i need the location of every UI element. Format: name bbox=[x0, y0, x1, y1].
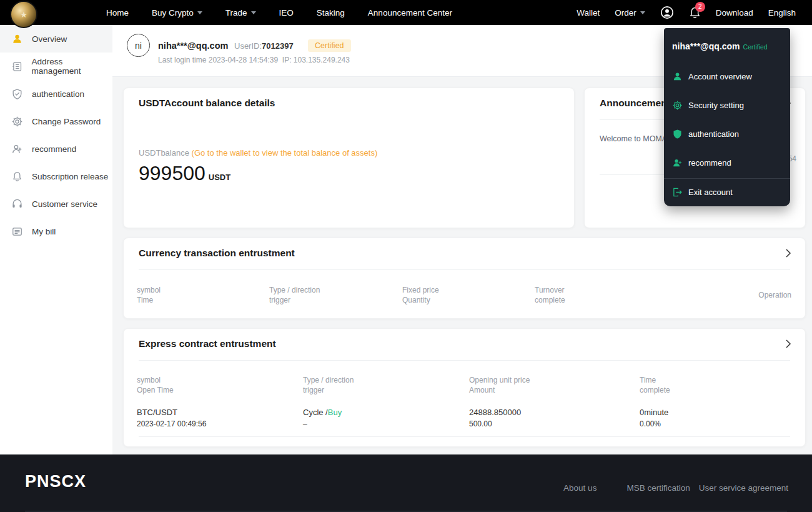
notification-badge: 2 bbox=[695, 2, 705, 12]
brand-logo[interactable]: ★ bbox=[10, 1, 39, 29]
bell-icon bbox=[11, 171, 23, 183]
balance-amount: 999500USDT bbox=[139, 162, 230, 185]
table-row-cell-type: Cycle /Buy– bbox=[303, 407, 342, 429]
gear-icon bbox=[672, 100, 683, 111]
announcement-item[interactable]: Welcome to MOMA bbox=[600, 134, 667, 143]
nav-announcement-center[interactable]: Announcement Center bbox=[368, 8, 452, 18]
nav-buy-crypto[interactable]: Buy Crypto bbox=[152, 8, 202, 18]
language-label: English bbox=[768, 8, 796, 18]
menu-item-security-setting[interactable]: Security setting bbox=[672, 99, 744, 111]
sidebar-item-label: Customer service bbox=[32, 199, 97, 209]
account-avatar-button[interactable] bbox=[660, 6, 674, 19]
sidebar-item-label: authentication bbox=[32, 89, 84, 99]
user-circle-icon bbox=[660, 6, 674, 19]
table-row-cell-time: 0minute0.00% bbox=[640, 407, 668, 429]
nav-home-label: Home bbox=[106, 8, 129, 18]
table-row-cell-price: 24888.850000500.00 bbox=[469, 407, 521, 429]
col-header: Type / directiontrigger bbox=[269, 285, 320, 305]
shield-check-icon bbox=[11, 88, 23, 100]
nav-home[interactable]: Home bbox=[106, 8, 129, 18]
certified-badge: Certified bbox=[308, 39, 351, 52]
nav-wallet[interactable]: Wallet bbox=[577, 8, 600, 18]
footer-link-msb-certification[interactable]: MSB certification bbox=[626, 483, 690, 493]
col-header: Timecomplete bbox=[640, 375, 670, 395]
notifications-button[interactable]: 2 bbox=[689, 6, 701, 19]
dropdown-certified: Certified bbox=[743, 43, 768, 51]
divider bbox=[139, 436, 790, 437]
nav-staking-label: Staking bbox=[317, 8, 345, 18]
menu-item-label: Security setting bbox=[688, 101, 744, 110]
wallet-link[interactable]: (Go to the wallet to view the total bala… bbox=[192, 148, 378, 158]
user-email: niha***@qq.com bbox=[158, 41, 228, 51]
express-more-button[interactable] bbox=[785, 339, 791, 349]
language-selector[interactable]: English bbox=[768, 8, 796, 18]
nav-links: Home Buy Crypto Trade IEO Staking Announ… bbox=[106, 0, 452, 25]
nav-trade-label: Trade bbox=[225, 8, 247, 18]
divider bbox=[139, 269, 790, 270]
menu-item-authentication[interactable]: authentication bbox=[672, 128, 739, 140]
balance-card-title: USDTAccount balance details bbox=[139, 98, 275, 109]
currency-more-button[interactable] bbox=[785, 248, 791, 258]
col-header-operation: Operation bbox=[758, 290, 791, 300]
nav-download-label: Download bbox=[716, 8, 753, 18]
balance-card: USDTAccount balance details USDTbalance … bbox=[123, 88, 575, 228]
sidebar-item-label: Subscription release bbox=[32, 172, 108, 181]
sidebar-item-label: recommend bbox=[32, 144, 76, 154]
nav-order[interactable]: Order bbox=[615, 8, 645, 18]
footer-brand: PNSCX bbox=[25, 472, 86, 491]
chevron-down-icon bbox=[640, 11, 645, 14]
logo-circle-icon: ★ bbox=[10, 1, 37, 28]
express-card-title: Express contract entrustment bbox=[139, 338, 276, 349]
nav-download[interactable]: Download bbox=[716, 8, 753, 18]
nav-ieo[interactable]: IEO bbox=[279, 8, 294, 18]
chevron-down-icon bbox=[251, 11, 256, 14]
user-id-label: UserID: bbox=[234, 41, 262, 51]
user-icon bbox=[672, 71, 683, 82]
avatar[interactable]: ni bbox=[127, 34, 150, 57]
sidebar-item-address-management[interactable]: Address management bbox=[0, 53, 112, 80]
divider bbox=[139, 360, 790, 361]
sidebar-item-my-bill[interactable]: My bill bbox=[0, 218, 112, 245]
sidebar-item-label: Overview bbox=[32, 34, 67, 44]
chevron-right-icon bbox=[785, 248, 791, 258]
nav-right: Wallet Order 2 Download English bbox=[577, 0, 796, 25]
account-dropdown-menu: niha***@qq.comCertified Account overview… bbox=[664, 28, 790, 206]
bill-icon bbox=[11, 226, 23, 238]
sidebar-item-recommend[interactable]: recommend bbox=[0, 135, 112, 163]
sidebar-item-customer-service[interactable]: Customer service bbox=[0, 190, 112, 218]
chevron-down-icon bbox=[197, 11, 202, 14]
currency-card-title: Currency transaction entrustment bbox=[139, 248, 295, 259]
menu-item-recommend[interactable]: recommend bbox=[672, 156, 731, 169]
nav-wallet-label: Wallet bbox=[577, 8, 600, 18]
user-icon bbox=[11, 33, 23, 45]
menu-item-label: recommend bbox=[688, 158, 731, 168]
footer-link-user-service-agreement[interactable]: User service agreement bbox=[699, 483, 788, 493]
menu-item-exit-account[interactable]: Exit account bbox=[672, 186, 733, 198]
menu-item-label: Exit account bbox=[688, 188, 733, 197]
col-header: Type / directiontrigger bbox=[303, 375, 354, 395]
footer-link-about-us[interactable]: About us bbox=[563, 483, 597, 493]
user-id: UserID:7012397 bbox=[234, 41, 294, 51]
nav-trade[interactable]: Trade bbox=[225, 8, 256, 18]
sidebar-item-subscription-release[interactable]: Subscription release bbox=[0, 163, 112, 190]
menu-item-label: Account overview bbox=[688, 72, 752, 81]
menu-item-account-overview[interactable]: Account overview bbox=[672, 70, 752, 83]
sidebar-item-authentication[interactable]: authentication bbox=[0, 80, 112, 108]
headset-icon bbox=[11, 198, 23, 210]
col-header: Opening unit priceAmount bbox=[469, 375, 530, 395]
sidebar-item-label: Change Password bbox=[32, 117, 101, 126]
user-plus-icon bbox=[11, 143, 23, 155]
sidebar-item-change-password[interactable]: Change Password bbox=[0, 108, 112, 135]
login-ip: IP: 103.135.249.243 bbox=[282, 56, 350, 64]
dropdown-user: niha***@qq.comCertified bbox=[672, 41, 768, 52]
col-header: symbolTime bbox=[137, 285, 161, 305]
balance-label: USDTbalance bbox=[139, 148, 192, 158]
last-login-time: Last login time 2023-04-28 14:54:39 bbox=[158, 56, 278, 64]
sidebar-item-label: My bill bbox=[32, 227, 56, 236]
nav-staking[interactable]: Staking bbox=[317, 8, 345, 18]
sidebar-item-label: Address management bbox=[32, 57, 112, 76]
dropdown-email: niha***@qq.com bbox=[672, 41, 740, 51]
star-icon: ★ bbox=[20, 10, 27, 19]
footer-links: About us MSB certification User service … bbox=[563, 483, 788, 493]
user-id-value: 7012397 bbox=[262, 41, 294, 51]
